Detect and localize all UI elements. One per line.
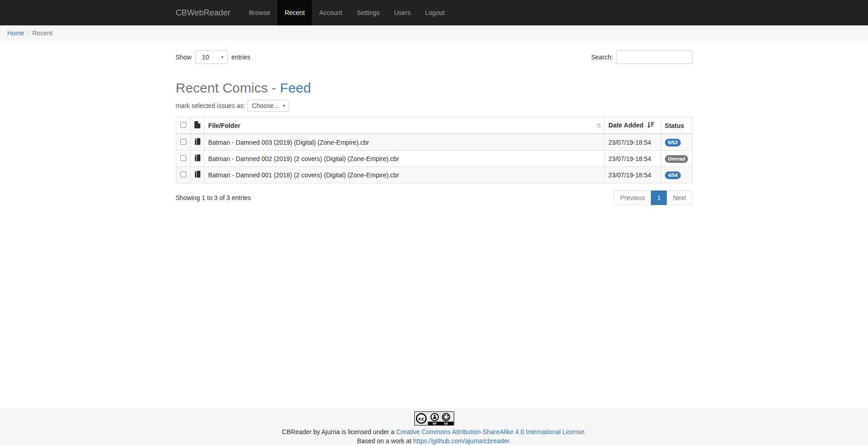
table-info: Showing 1 to 3 of 3 entries: [176, 191, 251, 201]
date-added-cell: 23/07/19-18:54: [605, 167, 661, 183]
comic-file-link[interactable]: Batman - Damned 001 (2018) (2 covers) (D…: [204, 167, 605, 183]
pagination-next-button[interactable]: Next: [667, 191, 693, 205]
mark-as-select[interactable]: Choose... ▼: [247, 100, 289, 112]
file-folder-header-label: File/Folder: [208, 122, 240, 129]
cc-icon: cc: [418, 416, 424, 422]
brand-cbwebreader[interactable]: CBWebReader: [176, 0, 242, 25]
book-icon: [194, 172, 201, 179]
entries-label: entries: [232, 54, 251, 61]
sort-descending-icon: [647, 122, 654, 129]
sort-unsorted-icon: ⇅: [596, 122, 602, 129]
chevron-down-icon: ▼: [282, 104, 286, 108]
table-row: Batman - Damned 002 (2019) (2 covers) (D…: [176, 151, 692, 167]
page-length-value: 10: [202, 54, 209, 61]
table-length-control: Show 10 ▼ entries: [176, 50, 251, 64]
column-header-status[interactable]: Status: [661, 117, 692, 134]
status-badge: 6/53: [665, 139, 681, 147]
column-header-date-added[interactable]: Date Added: [605, 117, 661, 134]
source-text: Based on a work at: [357, 437, 412, 445]
main-content: Show 10 ▼ entries Search: Recent Comics …: [0, 41, 868, 408]
page-title: Recent Comics - Feed: [176, 80, 693, 96]
select-all-checkbox[interactable]: [180, 122, 186, 128]
nav-item-logout[interactable]: Logout: [418, 0, 452, 25]
cc-sa-label: SA: [444, 422, 448, 425]
comic-file-link[interactable]: Batman - Damned 003 (2019) (Digital) (Zo…: [204, 134, 605, 151]
source-line: Based on a work at https://github.com/aj…: [0, 437, 868, 445]
cc-by-label: BY: [432, 422, 436, 425]
page-length-select[interactable]: 10 ▼: [195, 50, 228, 64]
breadcrumb-current: Recent: [32, 29, 52, 37]
status-badge: Unread: [665, 155, 689, 163]
pagination: Previous 1 Next: [614, 191, 692, 205]
github-link[interactable]: https://github.com/ajurna/cbreader.: [413, 437, 511, 445]
breadcrumb-home-link[interactable]: Home: [7, 29, 24, 37]
recent-comics-table: File/Folder ⇅ Date Added Status Batman -…: [176, 117, 693, 183]
table-row: Batman - Damned 001 (2018) (2 covers) (D…: [176, 167, 692, 183]
top-navbar: CBWebReader Browse Recent Account Settin…: [0, 0, 868, 25]
row-checkbox[interactable]: [180, 139, 186, 145]
status-badge: 4/54: [665, 171, 681, 179]
pagination-page-1-button[interactable]: 1: [651, 191, 667, 205]
row-checkbox[interactable]: [180, 155, 186, 161]
book-icon: [194, 139, 201, 147]
page-footer: cc BY SA CBReader by Ajurna is licensed …: [0, 408, 868, 445]
search-label: Search:: [591, 54, 613, 61]
date-added-header-label: Date Added: [608, 122, 643, 129]
nav-item-recent[interactable]: Recent: [277, 0, 312, 25]
license-text: CBReader by Ajurna is licensed under a: [282, 428, 394, 435]
breadcrumb-separator: /: [24, 29, 32, 37]
pagination-previous-button[interactable]: Previous: [614, 191, 651, 205]
show-label: Show: [176, 54, 192, 61]
date-added-cell: 23/07/19-18:54: [605, 134, 661, 151]
status-header-label: Status: [665, 122, 684, 129]
nav-item-browse[interactable]: Browse: [242, 0, 277, 25]
file-icon: [194, 122, 200, 130]
license-line: CBReader by Ajurna is licensed under a C…: [0, 428, 868, 436]
chevron-down-icon: ▼: [221, 55, 224, 59]
breadcrumb: Home/Recent: [0, 25, 868, 41]
mark-as-value: Choose...: [252, 102, 279, 109]
cc-license-link[interactable]: Creative Commons Attribution-ShareAlike …: [396, 428, 586, 435]
comic-file-link[interactable]: Batman - Damned 002 (2019) (2 covers) (D…: [204, 151, 605, 167]
nav-item-account[interactable]: Account: [312, 0, 349, 25]
page-title-text: Recent Comics -: [176, 80, 280, 95]
feed-link[interactable]: Feed: [280, 80, 311, 95]
cc-by-sa-badge[interactable]: cc BY SA: [414, 411, 454, 427]
row-checkbox[interactable]: [180, 171, 186, 177]
search-input[interactable]: [616, 50, 693, 64]
date-added-cell: 23/07/19-18:54: [605, 151, 661, 167]
nav-item-settings[interactable]: Settings: [349, 0, 387, 25]
person-icon: [434, 415, 436, 417]
column-header-file-folder[interactable]: File/Folder ⇅: [204, 117, 605, 134]
mark-selected-label: mark selected issues as:: [176, 102, 245, 109]
book-icon: [194, 156, 201, 163]
table-row: Batman - Damned 003 (2019) (Digital) (Zo…: [176, 134, 692, 151]
nav-item-users[interactable]: Users: [387, 0, 418, 25]
table-header-row: File/Folder ⇅ Date Added Status: [176, 117, 692, 134]
